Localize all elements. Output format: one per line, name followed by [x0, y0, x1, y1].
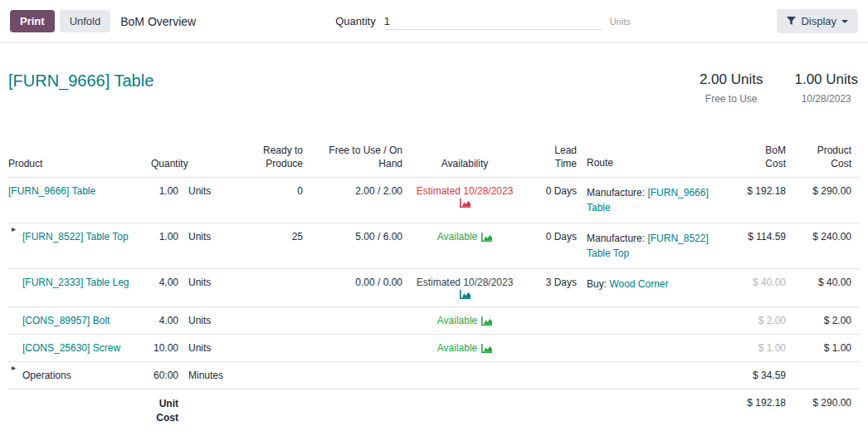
quantity-cell: 1.00	[141, 178, 178, 223]
ready-to-produce-cell	[249, 335, 303, 362]
bom-table-container: Product Quantity Ready to Produce Free t…	[8, 136, 860, 433]
route-cell: Manufacture: [FURN_8522] Table Top	[577, 223, 726, 269]
area-chart-icon[interactable]	[460, 198, 471, 208]
lead-time-cell	[527, 335, 577, 362]
quantity-cell: 4.00	[141, 269, 178, 307]
quantity-cell: 1.00	[141, 223, 178, 269]
product-cost-cell: $ 1.00	[801, 335, 860, 362]
bom-cost-cell: $ 1.00	[726, 335, 801, 362]
ready-to-produce-cell	[249, 269, 303, 307]
route-link[interactable]: Wood Corner	[609, 278, 668, 290]
table-header-row: Product Quantity Ready to Produce Free t…	[8, 136, 860, 178]
display-dropdown-button[interactable]: Display	[777, 9, 858, 33]
quantity-label: Quantity	[335, 15, 375, 27]
free-to-use-cell	[303, 307, 402, 335]
col-header-quantity: Quantity	[141, 136, 249, 178]
col-header-lead-time: Lead Time	[527, 136, 577, 178]
forecast-value: 1.00 Units	[794, 71, 858, 88]
availability-text: Available	[437, 342, 477, 354]
product-cost-cell: $ 40.00	[801, 269, 860, 307]
lead-time-cell: 0 Days	[527, 178, 577, 223]
route-cell	[577, 335, 726, 362]
table-row-cons25630: [CONS_25630] Screw 10.00 Units Available…	[8, 335, 860, 362]
table-row-furn9666: [FURN_9666] Table 1.00 Units 0 2.00 / 2.…	[8, 178, 860, 223]
unit-cost-label: Unit Cost	[8, 390, 178, 433]
area-chart-icon[interactable]	[481, 316, 492, 326]
area-chart-icon[interactable]	[460, 290, 471, 299]
ready-to-produce-cell: 0	[249, 178, 303, 223]
page-title: BoM Overview	[120, 15, 196, 28]
table-row-furn8522: ▸ [FURN_8522] Table Top 1.00 Units 25 5.…	[8, 223, 860, 269]
route-type: Manufacture:	[587, 187, 645, 198]
availability-cell: Available	[402, 307, 527, 335]
table-row-operations: ▸ Operations 60:00 Minutes $ 34.59	[8, 362, 860, 390]
lead-time-cell: 0 Days	[527, 223, 577, 269]
report-header: [FURN_9666] Table 2.00 Units Free to Use…	[0, 43, 868, 105]
free-to-use-stat: 2.00 Units Free to Use	[700, 71, 763, 105]
unit-cell: Units	[178, 223, 249, 269]
product-cost-cell: $ 2.00	[801, 307, 860, 335]
quantity-cell: 60:00	[141, 362, 178, 390]
col-header-ready-to-produce: Ready to Produce	[249, 136, 303, 178]
free-to-use-cell	[303, 362, 402, 390]
fold-toggle-icon[interactable]: ▸	[12, 363, 16, 372]
col-header-availability: Availability	[402, 136, 527, 178]
col-header-route: Route	[577, 136, 726, 178]
product-link[interactable]: [CONS_25630] Screw	[22, 342, 120, 354]
unit-cell: Units	[178, 335, 249, 362]
availability-cell: Estimated 10/28/2023	[402, 269, 527, 307]
availability-text: Estimated 10/28/2023	[417, 185, 514, 197]
bom-cost-cell: $ 192.18	[726, 178, 801, 223]
col-header-product-cost: Product Cost	[801, 136, 860, 178]
free-to-use-cell: 5.00 / 6.00	[303, 223, 402, 269]
free-to-use-caption: Free to Use	[700, 93, 763, 105]
chevron-down-icon	[841, 20, 848, 23]
bom-cost-cell: $ 114.59	[726, 223, 801, 269]
fold-toggle-icon[interactable]: ▸	[12, 224, 16, 233]
quantity-cell: 10.00	[141, 335, 178, 362]
area-chart-icon[interactable]	[481, 344, 492, 353]
forecast-date-caption: 10/28/2023	[794, 93, 858, 105]
col-header-product: Product	[8, 136, 141, 178]
route-type: Manufacture:	[587, 233, 645, 244]
unit-cell: Minutes	[178, 362, 249, 390]
route-cell	[577, 362, 726, 390]
table-row-furn2333: [FURN_2333] Table Leg 4.00 Units 0.00 / …	[8, 269, 860, 307]
product-link[interactable]: [FURN_8522] Table Top	[22, 231, 129, 243]
availability-cell: Estimated 10/28/2023	[402, 178, 527, 223]
toolbar: Print Unfold BoM Overview Quantity Units…	[0, 0, 868, 43]
area-chart-icon[interactable]	[481, 233, 492, 242]
unit-cell: Units	[178, 269, 249, 307]
free-to-use-cell: 2.00 / 2.00	[303, 178, 402, 223]
product-cost-cell	[801, 362, 860, 390]
unit-cost-row: Unit Cost $ 192.18 $ 290.00	[8, 390, 860, 433]
unfold-button[interactable]: Unfold	[60, 10, 111, 32]
filter-icon	[787, 17, 796, 26]
product-link[interactable]: [FURN_2333] Table Leg	[22, 277, 129, 288]
product-link[interactable]: [CONS_89957] Bolt	[22, 315, 110, 326]
operations-label: Operations	[22, 370, 71, 381]
quantity-unit-label: Units	[610, 17, 631, 27]
col-header-bom-cost: BoM Cost	[726, 136, 801, 178]
lead-time-cell	[527, 307, 577, 335]
free-to-use-cell	[303, 335, 402, 362]
free-to-use-cell: 0.00 / 0.00	[303, 269, 402, 307]
quantity-cell: 4.00	[141, 307, 178, 335]
product-cost-cell: $ 240.00	[801, 223, 860, 269]
ready-to-produce-cell	[249, 362, 303, 390]
availability-text: Available	[437, 231, 477, 243]
bom-cost-cell: $ 34.59	[726, 362, 801, 390]
ready-to-produce-cell: 25	[249, 223, 303, 269]
table-row-cons89957: [CONS_89957] Bolt 4.00 Units Available $…	[8, 307, 860, 335]
stock-stats: 2.00 Units Free to Use 1.00 Units 10/28/…	[700, 71, 860, 105]
route-cell	[577, 307, 726, 335]
product-link[interactable]: [FURN_9666] Table	[8, 185, 95, 197]
print-button[interactable]: Print	[10, 10, 55, 32]
total-product-cost: $ 290.00	[801, 390, 860, 433]
total-bom-cost: $ 192.18	[726, 390, 801, 433]
col-header-free-to-use: Free to Use / On Hand	[303, 136, 402, 178]
quantity-input[interactable]	[384, 13, 602, 30]
lead-time-cell: 3 Days	[527, 269, 577, 307]
route-type: Buy:	[587, 278, 607, 290]
display-dropdown-label: Display	[801, 15, 836, 27]
